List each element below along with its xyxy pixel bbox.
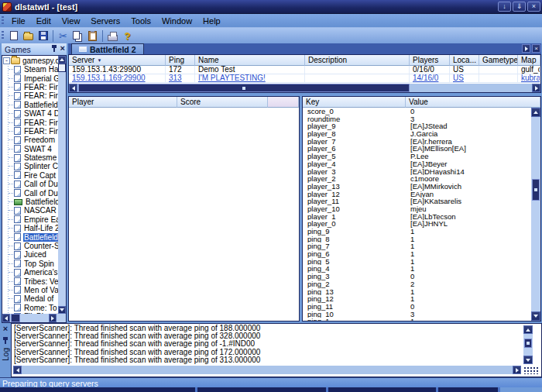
kv-row[interactable]: player_3 [EA]DHayashi14 — [303, 168, 531, 176]
kv-row[interactable]: player_7 [EA]r.herrera — [303, 138, 531, 146]
log-hscrollbar[interactable] — [13, 366, 521, 374]
tree-item[interactable]: Splinter C — [2, 162, 58, 170]
kv-row[interactable]: player_13 [EA]MMirkovich — [303, 183, 531, 191]
tree-item[interactable]: FEAR: Fir — [2, 83, 58, 91]
scroll-up-button[interactable] — [523, 325, 533, 334]
scroll-left-button[interactable] — [69, 84, 77, 92]
server-column-header[interactable]: Description — [305, 55, 410, 66]
toolbar-button-icon[interactable] — [21, 29, 36, 43]
kv-row[interactable]: player_11 [EA]KKatsarelis — [303, 198, 531, 205]
collapse-toggle-icon[interactable]: - — [3, 57, 10, 64]
kv-row[interactable]: player_12 EAjyan — [303, 191, 531, 198]
menu-item[interactable]: Tools — [125, 15, 156, 27]
log-close-icon[interactable]: × — [3, 325, 8, 333]
toolbar-button-icon[interactable] — [36, 29, 50, 43]
kv-row[interactable]: ping_6 1 — [303, 250, 531, 258]
toolbar-button-icon[interactable] — [85, 29, 100, 43]
kv-row[interactable]: player_10 mjeu — [303, 205, 531, 213]
window-control-button[interactable]: ↓ — [498, 2, 511, 12]
details-vscrollbar[interactable] — [531, 108, 540, 321]
scroll-thumb[interactable] — [11, 314, 20, 322]
scroll-right-button[interactable] — [532, 84, 540, 92]
kv-row[interactable]: ping_10 3 — [303, 311, 531, 318]
scroll-down-button[interactable] — [531, 311, 540, 321]
tree-item[interactable]: Statesme — [2, 153, 58, 162]
kv-row[interactable]: ping_5 1 — [303, 258, 531, 266]
scroll-left-button[interactable] — [2, 314, 10, 322]
kv-row[interactable]: score_0 0 — [303, 108, 531, 115]
tree-item[interactable]: Half-Life 2 — [2, 224, 58, 232]
value-column-header[interactable]: Value — [406, 97, 540, 108]
scroll-thumb[interactable] — [58, 64, 66, 72]
server-column-header[interactable]: Ping — [166, 55, 195, 66]
key-column-header[interactable]: Key — [303, 97, 406, 108]
menu-item[interactable]: Help — [197, 15, 226, 27]
server-column-header[interactable]: Name — [195, 55, 305, 66]
scroll-right-button[interactable] — [49, 314, 57, 322]
resize-grip[interactable] — [57, 314, 66, 322]
log-vscrollbar[interactable] — [523, 325, 533, 364]
menu-item[interactable]: View — [57, 15, 86, 27]
kv-row[interactable]: ping_7 1 — [303, 242, 531, 250]
kv-row[interactable]: player_1 [EA]LbTecson — [303, 213, 531, 221]
close-icon[interactable]: × — [60, 44, 65, 53]
scroll-thumb[interactable] — [532, 179, 540, 201]
menu-item[interactable]: Edit — [31, 15, 57, 27]
kv-row[interactable]: ping_12 1 — [303, 295, 531, 303]
tree-item[interactable]: FEAR: Fir — [2, 118, 58, 126]
kv-row[interactable]: player_2 c1moore — [303, 175, 531, 183]
tree-item[interactable]: SWAT 4 — [2, 145, 58, 153]
toolbar-grip-icon[interactable] — [2, 31, 4, 40]
tab-scroll-right-button[interactable] — [522, 44, 530, 53]
kv-row[interactable]: ping_13 1 — [303, 288, 531, 296]
scroll-up-button[interactable] — [58, 56, 66, 64]
kv-row[interactable]: ping_9 1 — [303, 228, 531, 236]
kv-row[interactable]: player_8 J.Garcia — [303, 130, 531, 138]
tree-item[interactable]: Battlefield — [2, 101, 58, 109]
kv-row[interactable]: ping_11 0 — [303, 303, 531, 311]
scroll-down-button[interactable] — [523, 356, 533, 364]
tree-item[interactable]: Top Spin — [2, 260, 58, 268]
tree-item[interactable]: Tribes: Ve — [2, 277, 58, 285]
kv-row[interactable]: player_5 P.Lee — [303, 153, 531, 160]
tree-hscrollbar[interactable] — [2, 314, 57, 322]
window-control-button[interactable]: × — [527, 2, 540, 12]
menubar-grip-icon[interactable] — [2, 16, 4, 26]
toolbar-button-icon[interactable]: ? — [120, 29, 135, 43]
tree-item[interactable]: Juiced — [2, 250, 58, 259]
kv-row[interactable]: ping_8 1 — [303, 236, 531, 243]
tree-item[interactable]: Battlefield — [2, 232, 58, 241]
tree-item[interactable]: Battlefield — [2, 198, 58, 206]
resize-grip[interactable] — [523, 366, 540, 374]
scroll-right-button[interactable] — [513, 366, 521, 374]
tree-item[interactable]: FEAR: Fir — [2, 91, 58, 100]
score-column-header[interactable]: Score — [177, 97, 268, 108]
kv-row[interactable]: player_4 [EA]JBeyer — [303, 160, 531, 168]
tree-item[interactable]: Fire Capt — [2, 171, 58, 180]
menu-item[interactable]: Servers — [85, 15, 125, 27]
server-column-header[interactable]: Players — [410, 55, 450, 66]
pin-icon[interactable] — [51, 44, 58, 53]
kv-row[interactable]: player_6 [EA]MEllison[EA] — [303, 145, 531, 153]
kv-row[interactable]: ping_3 0 — [303, 273, 531, 280]
tree-root[interactable]: - gamespy.dll — [2, 56, 58, 65]
tree-item[interactable]: Rome: To — [2, 304, 58, 312]
scroll-thumb[interactable] — [524, 339, 532, 348]
tree-item[interactable]: Counter-S — [2, 242, 58, 250]
kv-row[interactable]: player_0 [EA]JHNYL — [303, 220, 531, 228]
server-hscrollbar[interactable] — [69, 84, 540, 92]
scroll-thumb[interactable] — [78, 84, 410, 92]
toolbar-button-icon[interactable]: ✂ — [56, 29, 70, 43]
tab-close-button[interactable]: × — [532, 44, 540, 53]
server-column-header[interactable]: Map — [518, 55, 540, 66]
menu-item[interactable]: File — [6, 15, 31, 27]
tree-item[interactable]: Steam Ha — [2, 65, 58, 74]
toolbar-button-icon[interactable] — [6, 29, 21, 43]
tree-item[interactable]: SWAT 4 D — [2, 109, 58, 118]
player-column-header[interactable]: Player — [69, 97, 177, 108]
tree-item[interactable]: Men of Va — [2, 286, 58, 294]
tree-item[interactable]: FEAR: Fir — [2, 127, 58, 136]
menu-item[interactable]: Window — [156, 15, 197, 27]
server-row[interactable]: 159.153.1.169:29900 313 I'M PLAYTESTING!… — [69, 74, 540, 83]
kv-row[interactable]: ping_1 1 — [303, 318, 531, 321]
